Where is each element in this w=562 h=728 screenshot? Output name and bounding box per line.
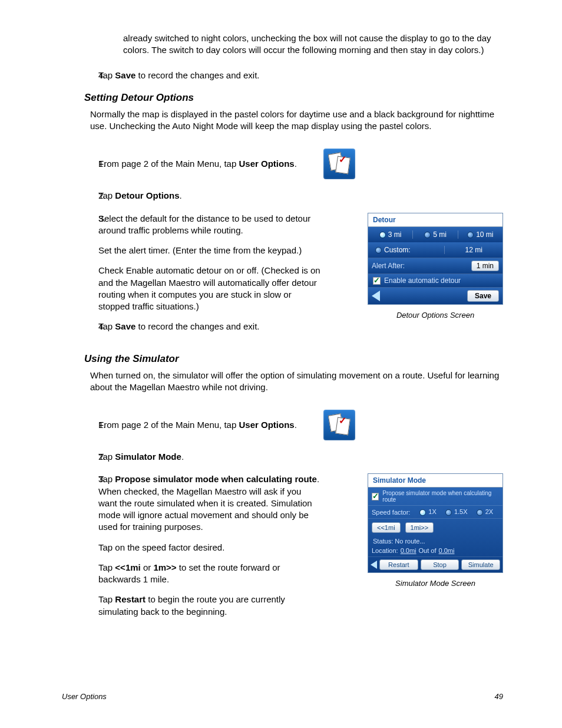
radio-custom[interactable]: Custom: bbox=[368, 246, 444, 254]
step-number: 4. bbox=[62, 70, 98, 81]
alert-after-button[interactable]: 1 min bbox=[471, 261, 499, 271]
save-button[interactable]: Save bbox=[467, 290, 499, 302]
speed-2x[interactable]: 2X bbox=[471, 508, 499, 516]
section-intro: Normally the map is displayed in the pas… bbox=[90, 108, 503, 133]
back-icon[interactable] bbox=[371, 561, 377, 569]
step-number: 1. bbox=[62, 158, 98, 170]
section-intro: When turned on, the simulator will offer… bbox=[90, 370, 503, 394]
step-text: Tap Detour Options. bbox=[98, 190, 503, 202]
step-number: 2. bbox=[62, 451, 98, 463]
checkbox-icon bbox=[372, 493, 379, 500]
propose-checkbox[interactable]: Propose simulator mode when calculating … bbox=[368, 487, 503, 505]
step-number: 3. bbox=[62, 473, 98, 626]
status-text: Status: No route... bbox=[368, 536, 503, 546]
location-label: Location: bbox=[372, 547, 398, 554]
user-options-icon: ✓ bbox=[323, 149, 355, 179]
speed-factor-label: Speed factor: bbox=[372, 509, 410, 516]
location-current: 0.0mi bbox=[401, 547, 416, 554]
radio-3mi[interactable]: 3 mi bbox=[368, 230, 412, 239]
step-text: Tap Simulator Mode. bbox=[98, 451, 503, 463]
back-1mi-button[interactable]: <<1mi bbox=[372, 522, 401, 533]
user-options-icon: ✓ bbox=[323, 410, 355, 440]
detour-screenshot: Detour 3 mi 5 mi 10 mi Custom: 12 mi Ale… bbox=[368, 213, 503, 305]
simulator-caption: Simulator Mode Screen bbox=[368, 579, 503, 588]
step-text: Select the default for the distance to b… bbox=[98, 213, 322, 321]
continued-paragraph: already switched to night colors, unchec… bbox=[123, 32, 503, 57]
location-total: 0.0mi bbox=[439, 547, 455, 554]
step-number: 2. bbox=[62, 190, 98, 202]
location-outof: Out of bbox=[419, 547, 437, 554]
heading-detour-options: Setting Detour Options bbox=[84, 92, 503, 104]
step-number: 3. bbox=[62, 213, 98, 321]
restart-button[interactable]: Restart bbox=[379, 559, 418, 570]
back-icon[interactable] bbox=[372, 291, 380, 301]
detour-title: Detour bbox=[368, 213, 503, 227]
step-text: From page 2 of the Main Menu, tap User O… bbox=[98, 158, 316, 170]
footer-section: User Options bbox=[62, 692, 107, 701]
simulator-screenshot: Simulator Mode Propose simulator mode wh… bbox=[368, 473, 503, 573]
speed-1-5x[interactable]: 1.5X bbox=[442, 508, 471, 516]
detour-caption: Detour Options Screen bbox=[368, 311, 503, 319]
step-text: From page 2 of the Main Menu, tap User O… bbox=[98, 419, 316, 431]
alert-after-label: Alert After: bbox=[372, 262, 405, 270]
page-number: 49 bbox=[495, 692, 503, 701]
enable-auto-detour-checkbox[interactable]: Enable automatic detour bbox=[368, 274, 503, 287]
radio-10mi[interactable]: 10 mi bbox=[458, 230, 503, 239]
simulate-button[interactable]: Simulate bbox=[461, 559, 500, 570]
step-text: Tap Save to record the changes and exit. bbox=[98, 321, 351, 332]
custom-value[interactable]: 12 mi bbox=[444, 246, 503, 254]
step-number: 4. bbox=[62, 321, 98, 332]
radio-5mi[interactable]: 5 mi bbox=[412, 230, 457, 239]
step-text: Tap Save to record the changes and exit. bbox=[98, 70, 503, 81]
step-number: 1. bbox=[62, 419, 98, 431]
heading-using-simulator: Using the Simulator bbox=[84, 353, 503, 365]
step-text: Tap Propose simulator mode when calculat… bbox=[98, 473, 322, 626]
stop-button[interactable]: Stop bbox=[421, 559, 459, 570]
fwd-1mi-button[interactable]: 1mi>> bbox=[405, 522, 434, 533]
checkbox-icon bbox=[373, 277, 381, 285]
simulator-title: Simulator Mode bbox=[368, 474, 503, 487]
speed-1x[interactable]: 1X bbox=[414, 508, 442, 516]
